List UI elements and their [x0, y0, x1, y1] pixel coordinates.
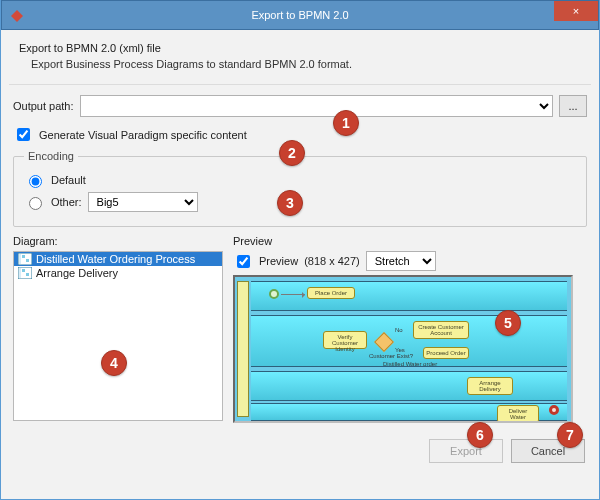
- svg-rect-8: [26, 273, 29, 276]
- browse-label: ...: [568, 100, 577, 112]
- export-button[interactable]: Export: [429, 439, 503, 463]
- close-button[interactable]: ×: [554, 1, 598, 21]
- preview-label: Preview: [233, 235, 587, 247]
- end-event-icon: [549, 405, 559, 415]
- svg-rect-7: [22, 269, 25, 272]
- export-bpmn-dialog: Export to BPMN 2.0 × Export to BPMN 2.0 …: [0, 0, 600, 500]
- browse-button[interactable]: ...: [559, 95, 587, 117]
- annotation-badge-5: 5: [495, 310, 521, 336]
- bpmn-icon: [18, 253, 32, 265]
- gateway-no: No: [395, 327, 403, 333]
- task-deliver-water: Deliver Water: [497, 405, 539, 423]
- task-place-order: Place Order: [307, 287, 355, 299]
- task-verify-identity: Verify Customer Identity: [323, 331, 367, 349]
- generate-vp-checkbox[interactable]: [17, 128, 30, 141]
- intro: Export to BPMN 2.0 (xml) file Export Bus…: [13, 42, 587, 70]
- sequence-flow: [281, 294, 305, 295]
- annotation-badge-1: 1: [333, 110, 359, 136]
- preview-size-select[interactable]: Stretch: [366, 251, 436, 271]
- svg-rect-4: [26, 259, 29, 262]
- svg-rect-2: [19, 254, 21, 264]
- encoding-default-radio[interactable]: [29, 175, 42, 188]
- bpmn-icon: [18, 267, 32, 279]
- preview-check-label: Preview: [259, 255, 298, 267]
- titlebar: Export to BPMN 2.0 ×: [1, 0, 599, 30]
- lane: [251, 281, 567, 311]
- list-item-label: Distilled Water Ordering Process: [36, 253, 195, 265]
- title: Export to BPMN 2.0: [251, 9, 348, 21]
- intro-heading: Export to BPMN 2.0 (xml) file: [19, 42, 587, 54]
- task-arrange-delivery: Arrange Delivery: [467, 377, 513, 395]
- generate-vp-check[interactable]: Generate Visual Paradigm specific conten…: [13, 125, 587, 144]
- annotation-badge-3: 3: [277, 190, 303, 216]
- svg-rect-3: [22, 255, 25, 258]
- encoding-default-label: Default: [51, 174, 86, 186]
- list-item-label: Arrange Delivery: [36, 267, 118, 279]
- annotation-badge-4: 4: [101, 350, 127, 376]
- task-create-account: Create Customer Account: [413, 321, 469, 339]
- app-icon: [10, 9, 24, 23]
- encoding-legend: Encoding: [24, 150, 78, 162]
- preview-tools: Preview (818 x 427) Stretch: [233, 251, 587, 271]
- gateway-yes: Yes: [395, 347, 405, 353]
- generate-vp-label: Generate Visual Paradigm specific conten…: [39, 129, 247, 141]
- diagram-list[interactable]: Distilled Water Ordering Process Arrange…: [13, 251, 223, 421]
- encoding-other-radio[interactable]: [29, 197, 42, 210]
- footer: Export Cancel: [1, 431, 599, 473]
- diagram-label: Diagram:: [13, 235, 223, 247]
- divider: [9, 84, 591, 85]
- task-proceed-order: Proceed Order: [423, 347, 469, 359]
- pool-label: [237, 281, 249, 417]
- annotation-badge-7: 7: [557, 422, 583, 448]
- close-icon: ×: [573, 6, 579, 17]
- list-item[interactable]: Arrange Delivery: [14, 266, 222, 280]
- label-distilled: Distilled Water order: [383, 361, 437, 367]
- annotation-badge-2: 2: [279, 140, 305, 166]
- preview-pane: Place Order Verify Customer Identity Cus…: [233, 275, 573, 423]
- start-event-icon: [269, 289, 279, 299]
- encoding-other-label: Other:: [51, 196, 82, 208]
- output-path-label: Output path:: [13, 100, 74, 112]
- output-path-row: Output path: ...: [13, 95, 587, 117]
- list-item[interactable]: Distilled Water Ordering Process: [14, 252, 222, 266]
- annotation-badge-6: 6: [467, 422, 493, 448]
- lane: [251, 371, 567, 401]
- intro-sub: Export Business Process Diagrams to stan…: [31, 58, 587, 70]
- encoding-other-select[interactable]: Big5: [88, 192, 198, 212]
- output-path-select[interactable]: [80, 95, 553, 117]
- svg-rect-6: [19, 268, 21, 278]
- preview-dims: (818 x 427): [304, 255, 360, 267]
- svg-marker-0: [11, 10, 23, 22]
- preview-checkbox[interactable]: [237, 255, 250, 268]
- gateway-label: Customer Exist?: [369, 353, 413, 359]
- encoding-default-row[interactable]: Default: [24, 172, 576, 188]
